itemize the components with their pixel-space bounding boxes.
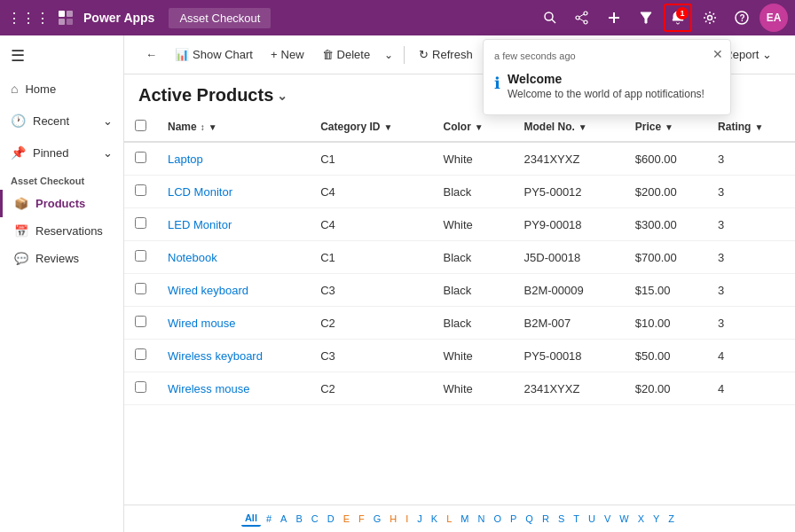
- price-col-header[interactable]: Price ▼: [625, 113, 707, 142]
- new-button[interactable]: + New: [264, 43, 311, 66]
- table-row: LED Monitor C4 White PY9-00018 $300.00 3: [124, 208, 795, 241]
- show-chart-button[interactable]: 📊 Show Chart: [168, 43, 260, 66]
- alpha-nav-item[interactable]: D: [324, 512, 338, 526]
- add-button[interactable]: [600, 4, 628, 32]
- product-name-link[interactable]: Wired mouse: [168, 317, 236, 330]
- rating-filter-icon[interactable]: ▼: [754, 122, 763, 132]
- product-name-link[interactable]: LCD Monitor: [168, 185, 232, 199]
- category-filter-icon[interactable]: ▼: [383, 122, 392, 132]
- alpha-nav-item[interactable]: B: [292, 512, 305, 526]
- sidebar-item-recent[interactable]: 🕐 Recent ⌄: [0, 105, 123, 137]
- alpha-nav-item[interactable]: F: [355, 512, 368, 526]
- row-checkbox-cell[interactable]: [124, 176, 157, 208]
- model-filter-icon[interactable]: ▼: [579, 122, 587, 132]
- new-icon: +: [271, 48, 278, 61]
- alpha-nav-item[interactable]: L: [443, 512, 455, 526]
- table-container[interactable]: Name ↕ ▼ Category ID ▼: [124, 113, 795, 505]
- alpha-nav-item[interactable]: M: [457, 512, 472, 526]
- alpha-nav-item[interactable]: #: [263, 512, 275, 526]
- powerapps-logo-icon: [57, 9, 75, 27]
- product-name-link[interactable]: LED Monitor: [168, 218, 232, 231]
- category-cell: C2: [310, 307, 432, 340]
- row-checkbox-cell[interactable]: [124, 208, 157, 241]
- notification-close-button[interactable]: ✕: [712, 47, 723, 61]
- product-name-link[interactable]: Wireless mouse: [168, 382, 249, 395]
- alpha-nav-item[interactable]: I: [402, 512, 412, 526]
- user-avatar[interactable]: EA: [760, 4, 788, 32]
- product-name-link[interactable]: Notebook: [168, 251, 217, 264]
- settings-button[interactable]: [696, 4, 724, 32]
- notification-button[interactable]: 1: [664, 4, 692, 32]
- sidebar-item-products[interactable]: 📦 Products: [0, 190, 123, 217]
- row-checkbox-cell[interactable]: [124, 372, 157, 405]
- row-checkbox[interactable]: [135, 348, 146, 360]
- price-filter-icon[interactable]: ▼: [665, 122, 673, 132]
- sidebar-item-reservations[interactable]: 📅 Reservations: [0, 217, 123, 245]
- product-name-link[interactable]: Wired keyboard: [168, 284, 248, 297]
- help-button[interactable]: ?: [728, 4, 756, 32]
- delete-button[interactable]: 🗑 Delete: [315, 43, 378, 66]
- notification-content: Welcome Welcome to the world of app noti…: [508, 72, 704, 100]
- alpha-nav-item[interactable]: Y: [649, 512, 663, 526]
- color-filter-icon[interactable]: ▼: [475, 122, 484, 132]
- row-checkbox[interactable]: [135, 152, 146, 163]
- table-title-chevron-icon[interactable]: ⌄: [277, 89, 287, 103]
- row-checkbox[interactable]: [135, 381, 146, 393]
- row-checkbox-cell[interactable]: [124, 241, 157, 274]
- row-checkbox-cell[interactable]: [124, 307, 157, 340]
- alpha-nav-item[interactable]: A: [277, 512, 290, 526]
- row-checkbox[interactable]: [135, 316, 146, 327]
- color-col-header[interactable]: Color ▼: [433, 113, 514, 142]
- alpha-nav-item[interactable]: R: [539, 512, 553, 526]
- alpha-nav-item[interactable]: H: [386, 512, 400, 526]
- alpha-nav-item[interactable]: W: [616, 512, 632, 526]
- alpha-nav-item[interactable]: K: [428, 512, 441, 526]
- name-col-header[interactable]: Name ↕ ▼: [157, 113, 310, 142]
- table-row: Laptop C1 White 2341XYXZ $600.00 3: [124, 142, 795, 176]
- row-checkbox-cell[interactable]: [124, 142, 157, 176]
- grid-icon[interactable]: ⋮⋮⋮: [7, 10, 50, 27]
- filter-button[interactable]: [632, 4, 660, 32]
- product-name-link[interactable]: Wireless keyboard: [168, 349, 263, 363]
- rating-col-header[interactable]: Rating ▼: [707, 113, 795, 142]
- row-checkbox-cell[interactable]: [124, 274, 157, 307]
- hamburger-button[interactable]: ☰: [0, 39, 123, 73]
- alpha-nav-item[interactable]: All: [241, 511, 261, 527]
- app-name-label: Power Apps: [83, 11, 154, 25]
- select-all-checkbox[interactable]: [135, 120, 146, 131]
- row-checkbox[interactable]: [135, 217, 146, 229]
- name-filter-icon[interactable]: ▼: [209, 122, 217, 132]
- row-checkbox[interactable]: [135, 184, 146, 196]
- alpha-nav-item[interactable]: X: [634, 512, 648, 526]
- alpha-nav-item[interactable]: S: [555, 512, 568, 526]
- refresh-button[interactable]: ↻ Refresh: [412, 43, 480, 66]
- select-all-col[interactable]: [124, 113, 157, 142]
- window-title[interactable]: Asset Checkout: [169, 8, 271, 28]
- alpha-nav-item[interactable]: E: [340, 512, 353, 526]
- alpha-nav-item[interactable]: V: [601, 512, 614, 526]
- alpha-nav-item[interactable]: U: [585, 512, 599, 526]
- delete-dropdown-button[interactable]: ⌄: [381, 44, 397, 66]
- row-checkbox-cell[interactable]: [124, 340, 157, 372]
- back-button[interactable]: ←: [138, 43, 164, 66]
- alpha-nav-item[interactable]: Z: [665, 512, 678, 526]
- sidebar-item-reviews[interactable]: 💬 Reviews: [0, 245, 123, 272]
- alpha-nav-item[interactable]: N: [475, 512, 489, 526]
- alpha-nav-item[interactable]: Q: [522, 512, 537, 526]
- row-checkbox[interactable]: [135, 250, 146, 262]
- sidebar-item-pinned[interactable]: 📌 Pinned ⌄: [0, 137, 123, 168]
- product-name-link[interactable]: Laptop: [168, 153, 203, 166]
- model-col-header[interactable]: Model No. ▼: [514, 113, 625, 142]
- alpha-nav-item[interactable]: P: [507, 512, 520, 526]
- sidebar-item-home[interactable]: ⌂ Home: [0, 73, 123, 105]
- row-checkbox[interactable]: [135, 283, 146, 294]
- share-button[interactable]: [568, 4, 596, 32]
- category-col-header[interactable]: Category ID ▼: [310, 113, 432, 142]
- alpha-nav-item[interactable]: O: [490, 512, 505, 526]
- alpha-nav-item[interactable]: C: [308, 512, 322, 526]
- alpha-nav-item[interactable]: G: [370, 512, 385, 526]
- search-button[interactable]: [536, 4, 564, 32]
- alpha-nav-item[interactable]: T: [570, 512, 583, 526]
- alpha-nav-item[interactable]: J: [413, 512, 426, 526]
- notification-timestamp: a few seconds ago: [484, 47, 730, 65]
